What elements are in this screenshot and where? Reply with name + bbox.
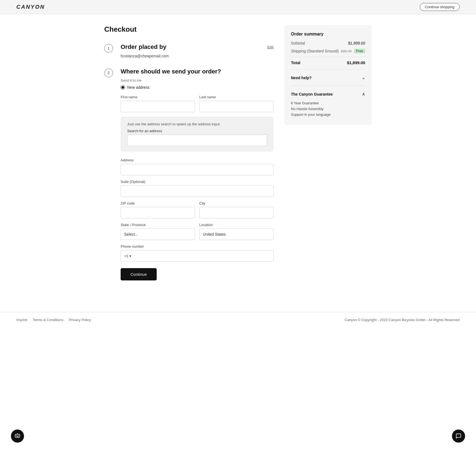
shipping-free-badge: Free [354,49,365,54]
header: CANYON Continue shopping [0,0,476,14]
city-label: City [199,201,273,205]
state-label: State / Province [121,223,195,227]
state-group: State / Province Select... [121,223,195,240]
total-label: Total [291,60,301,65]
zip-city-row: ZIP code City [121,201,273,218]
need-help-header[interactable]: Need help? ⌄ [291,73,365,82]
address-search-input[interactable] [127,135,267,146]
zip-input[interactable] [121,207,195,218]
location-group: Location United States [199,223,273,240]
order-summary-title: Order summary [291,32,365,37]
suite-group: Suite (Optional) [121,180,273,197]
step-1-heading: Order placed by Edit [121,43,273,51]
phone-row: Phone number +1 ▾ [121,244,273,262]
guarantee-content: 6 Year Guarantee No Hassle Assembly Supp… [291,99,365,119]
footer-links: Imprint Terms & Conditions Privacy Polic… [16,318,91,322]
footer: Imprint Terms & Conditions Privacy Polic… [0,312,476,327]
page-title: Checkout [104,25,273,34]
need-help-label: Need help? [291,76,311,80]
new-address-radio[interactable] [121,85,125,90]
step-2-number: 2 [104,69,113,77]
step-2-content: Where should we send your order? Send it… [121,68,273,280]
checkout-form: Checkout 1 Order placed by Edit fcostanz… [104,25,273,290]
summary-divider [291,57,365,57]
step-1-content: Order placed by Edit fcostanza@cheapemai… [121,43,273,58]
need-help-arrow-icon: ⌄ [362,75,365,80]
first-name-label: First name [121,95,195,99]
shipping-label: Shipping (Standard Ground) [291,49,339,53]
logo: CANYON [16,4,45,10]
phone-group: Phone number +1 ▾ [121,244,273,262]
guarantee-header[interactable]: The Canyon Guarantee ∧ [291,89,365,99]
guarantee-title: The Canyon Guarantee [291,92,333,96]
footer-copyright: Canyon © Copyright - 2023 Canyon Bicycle… [345,318,460,322]
location-label: Location [199,223,273,227]
address-search-hint: Just use the address search to speed up … [127,122,267,126]
location-select[interactable]: United States [199,229,273,240]
shipping-row: Shipping (Standard Ground) $99.00 Free [291,49,365,54]
last-name-input[interactable] [199,101,273,112]
edit-link[interactable]: Edit [267,45,273,49]
step-2-heading: Where should we send your order? [121,68,273,75]
subtotal-row: Subtotal $1,899.00 [291,41,365,45]
order-email: fcostanza@cheapemail.com [121,54,273,58]
send-label: Send it to me [121,78,273,82]
address-label: Address [121,158,273,162]
step-1: 1 Order placed by Edit fcostanza@cheapem… [104,43,273,58]
state-select[interactable]: Select... [121,229,195,240]
address-group: Address [121,158,273,175]
main-content: Checkout 1 Order placed by Edit fcostanz… [88,14,388,301]
shipping-prices: $99.00 Free [341,49,365,54]
step-1-number: 1 [104,44,113,53]
continue-button[interactable]: Continue [121,268,157,280]
subtotal-label: Subtotal [291,41,305,45]
last-name-label: Last name [199,95,273,99]
address-row: Address [121,158,273,175]
phone-prefix-arrow: ▾ [129,254,131,258]
footer-privacy-link[interactable]: Privacy Policy [69,318,91,322]
new-address-radio-label[interactable]: New address [121,85,273,90]
name-row: First name Last name [121,95,273,112]
order-summary: Order summary Subtotal $1,899.00 Shippin… [284,25,372,125]
guarantee-item-2: Support in your language [291,112,365,117]
shipping-original-price: $99.00 [341,49,352,53]
new-address-label: New address [127,85,150,90]
guarantee-arrow-icon: ∧ [362,91,365,97]
zip-group: ZIP code [121,201,195,218]
footer-terms-link[interactable]: Terms & Conditions [33,318,64,322]
subtotal-value: $1,899.00 [348,41,365,45]
summary-divider-3 [291,86,365,86]
suite-label: Suite (Optional) [121,180,273,184]
phone-prefix-value: +1 [124,254,128,258]
need-help-section: Need help? ⌄ [291,73,365,82]
last-name-group: Last name [199,95,273,112]
guarantee-item-0: 6 Year Guarantee [291,101,365,105]
state-location-row: State / Province Select... Location Unit… [121,223,273,240]
city-group: City [199,201,273,218]
suite-input[interactable] [121,185,273,197]
zip-label: ZIP code [121,201,195,205]
guarantee-section: The Canyon Guarantee ∧ 6 Year Guarantee … [291,89,365,119]
address-search-label: Search for an address [127,129,267,133]
city-input[interactable] [199,207,273,218]
first-name-input[interactable] [121,101,195,112]
phone-prefix-button[interactable]: +1 ▾ [121,250,273,262]
first-name-group: First name [121,95,195,112]
address-input[interactable] [121,164,273,175]
step-2: 2 Where should we send your order? Send … [104,68,273,280]
guarantee-item-1: No Hassle Assembly [291,107,365,111]
total-row: Total $1,899.00 [291,60,365,65]
summary-divider-2 [291,69,365,70]
continue-shopping-button[interactable]: Continue shopping [420,3,460,11]
footer-imprint-link[interactable]: Imprint [16,318,27,322]
total-value: $1,899.00 [347,60,365,65]
suite-row: Suite (Optional) [121,180,273,197]
address-search-box: Just use the address search to speed up … [121,117,273,152]
phone-label: Phone number [121,244,273,248]
